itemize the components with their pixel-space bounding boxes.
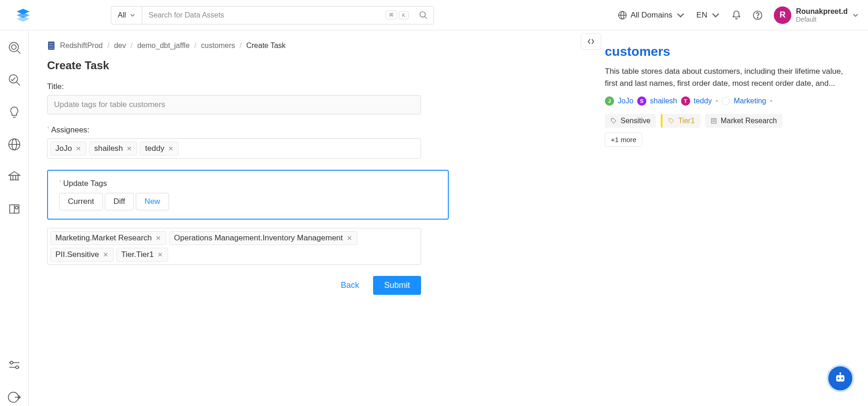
- sidebar: [0, 30, 29, 406]
- back-button[interactable]: Back: [341, 281, 359, 290]
- breadcrumb-sep: /: [194, 42, 196, 50]
- domains-selector[interactable]: All Domains: [618, 11, 686, 20]
- chevron-down-icon: [130, 12, 135, 18]
- button-row: Back Submit: [47, 276, 421, 295]
- data-quality-icon[interactable]: [7, 73, 21, 89]
- svg-rect-27: [49, 48, 54, 49]
- submit-button[interactable]: Submit: [373, 276, 421, 295]
- search-group: All ⌘ K: [111, 6, 434, 24]
- title-input[interactable]: Update tags for table customers: [47, 95, 421, 114]
- user-sub: Default: [796, 16, 848, 24]
- layout: RedshiftProd / dev / demo_dbt_jaffle / c…: [0, 30, 868, 406]
- page-title: Create Task: [47, 59, 573, 72]
- remove-icon[interactable]: ✕: [76, 145, 81, 152]
- owner-name[interactable]: JoJo: [618, 97, 633, 105]
- logout-icon[interactable]: [7, 390, 21, 406]
- assignee-chip: JoJo✕: [50, 142, 86, 155]
- tab-new[interactable]: New: [136, 193, 169, 210]
- user-menu[interactable]: R Rounakpreet.d Default: [774, 6, 859, 24]
- search-icon[interactable]: [413, 6, 434, 24]
- svg-rect-26: [49, 45, 54, 47]
- chat-fab[interactable]: [826, 364, 854, 392]
- remove-icon[interactable]: ✕: [347, 234, 352, 242]
- department-link[interactable]: Marketing: [734, 97, 766, 105]
- add-owner-icon[interactable]: [722, 97, 730, 105]
- breadcrumb-sep: /: [108, 42, 109, 50]
- remove-icon[interactable]: ✕: [127, 145, 132, 152]
- assignee-chip: shailesh✕: [89, 142, 137, 155]
- collapse-handle[interactable]: [581, 33, 601, 50]
- tab-current[interactable]: Current: [59, 193, 103, 210]
- svg-line-1: [425, 16, 427, 18]
- tag-market-research[interactable]: Market Research: [705, 114, 783, 128]
- tag-icon: [668, 118, 675, 124]
- explore-icon[interactable]: [7, 41, 21, 56]
- notifications-button[interactable]: [731, 10, 741, 20]
- owner-name[interactable]: shailesh: [650, 97, 677, 105]
- svg-point-17: [10, 361, 13, 364]
- tag-tier[interactable]: Tier1: [661, 114, 700, 128]
- crumb-1[interactable]: dev: [114, 42, 126, 50]
- remove-icon[interactable]: ✕: [103, 251, 108, 258]
- main-content: RedshiftProd / dev / demo_dbt_jaffle / c…: [29, 30, 591, 406]
- tag-chip: Operations Management.Inventory Manageme…: [169, 231, 357, 245]
- update-tags-callout: Update Tags Current Diff New: [47, 170, 449, 220]
- language-selector[interactable]: EN: [696, 11, 720, 20]
- k-key: K: [399, 11, 409, 19]
- svg-point-33: [841, 377, 843, 379]
- update-tags-label: Update Tags: [59, 179, 439, 188]
- svg-rect-31: [836, 375, 844, 382]
- svg-point-6: [757, 17, 758, 18]
- bell-icon: [731, 10, 741, 20]
- search-input[interactable]: [142, 6, 381, 24]
- svg-point-7: [9, 42, 18, 52]
- chevron-down-icon: [676, 11, 685, 20]
- domains-icon[interactable]: [7, 137, 21, 153]
- remove-icon[interactable]: ✕: [156, 234, 161, 242]
- app-logo[interactable]: [9, 7, 37, 24]
- more-tags-button[interactable]: +1 more: [605, 132, 642, 147]
- insights-icon[interactable]: [7, 105, 21, 121]
- svg-rect-28: [711, 119, 716, 123]
- cmd-key: ⌘: [386, 11, 397, 19]
- breadcrumb-sep: /: [131, 42, 133, 50]
- assignee-chip: teddy✕: [140, 142, 179, 155]
- glossary-icon[interactable]: [7, 202, 21, 218]
- crumb-2[interactable]: demo_dbt_jaffle: [137, 42, 190, 50]
- side-panel: customers This table stores data about c…: [591, 30, 868, 406]
- tag-chip: Tier.Tier1✕: [116, 248, 169, 262]
- avatar: R: [774, 6, 791, 24]
- owner-avatar: J: [605, 96, 614, 106]
- breadcrumb: RedshiftProd / dev / demo_dbt_jaffle / c…: [47, 41, 573, 51]
- help-icon: [753, 10, 763, 20]
- user-text: Rounakpreet.d Default: [796, 7, 848, 24]
- crumb-0[interactable]: RedshiftProd: [60, 42, 103, 50]
- help-button[interactable]: [753, 10, 763, 20]
- remove-icon[interactable]: ✕: [168, 145, 174, 152]
- owner-name[interactable]: teddy: [694, 97, 712, 105]
- chevron-down-icon: [852, 12, 859, 18]
- tags-input[interactable]: Marketing.Market Research✕ Operations Ma…: [47, 228, 421, 265]
- user-name: Rounakpreet.d: [796, 7, 848, 16]
- svg-point-16: [15, 206, 18, 209]
- svg-point-20: [16, 366, 18, 369]
- settings-icon[interactable]: [7, 358, 21, 374]
- globe-icon: [618, 11, 627, 20]
- tag-sensitive[interactable]: Sensitive: [605, 114, 656, 128]
- assignees-input[interactable]: JoJo✕ shailesh✕ teddy✕: [47, 138, 421, 159]
- tab-diff[interactable]: Diff: [105, 193, 134, 210]
- crumb-3[interactable]: customers: [201, 42, 235, 50]
- search-scope-selector[interactable]: All: [111, 6, 142, 24]
- glossary-icon: [711, 118, 717, 124]
- language-label: EN: [696, 11, 707, 20]
- separator: •: [770, 97, 773, 105]
- owner-row: J JoJo S shailesh T teddy • Marketing •: [605, 96, 854, 106]
- tags-tabs: Current Diff New: [59, 193, 439, 210]
- chat-bot-icon: [833, 371, 847, 385]
- expand-icon: [587, 38, 595, 45]
- svg-point-9: [12, 45, 16, 49]
- governance-icon[interactable]: [7, 170, 21, 185]
- svg-line-11: [17, 82, 20, 85]
- remove-icon[interactable]: ✕: [157, 251, 163, 258]
- topbar: All ⌘ K All Domains EN R: [0, 0, 868, 30]
